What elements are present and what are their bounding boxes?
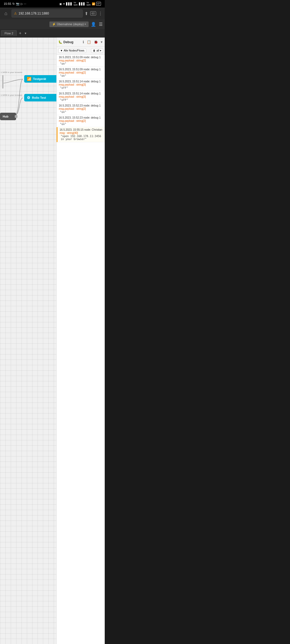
node-testgeraet-label: Testgerät: [33, 77, 46, 80]
battery-indicator: 47: [96, 2, 101, 6]
sync-icon: ↻: [12, 2, 15, 6]
tab-bar: Flow 2 + ▾: [0, 29, 105, 38]
canvas-label-browser1: 1:3456 in your browser: [1, 71, 22, 74]
flow-canvas[interactable]: 1:3456 in your browser 1:3456 in your br…: [0, 38, 56, 644]
deploy-arrow-icon: [85, 23, 86, 25]
msg-value-2: "off": [59, 86, 103, 89]
debug-filter-bar: ▼ Alle Nodes/Flows 🗑 all ▾: [57, 47, 105, 55]
deploy-icon: ⚡: [52, 23, 56, 26]
browser-actions: ⬆ 60 ⋮: [85, 11, 103, 16]
msg-value-0: "on": [59, 62, 103, 65]
debug-message-4[interactable]: 16.5.2023, 15:52:23 node: debug 1msg.pay…: [57, 103, 105, 115]
play-icon: ▷: [21, 2, 23, 6]
msg-property-1: msg.payload : string[2]: [59, 71, 103, 74]
filter-icon: ▼: [60, 49, 63, 52]
node-hub-label: Hub: [3, 115, 8, 118]
debug-clear-log-button[interactable]: 📋: [86, 39, 92, 45]
msg-value-1: "on": [59, 74, 103, 77]
msg-value-3: "off": [59, 98, 103, 101]
canvas-wires: [0, 38, 56, 644]
msg-property-0: msg.payload : string[2]: [59, 59, 103, 62]
rollo-node-icon: ⚙: [27, 96, 30, 100]
msg-property-3: msg.payload : string[3]: [59, 95, 103, 98]
msg-header-2: 16.5.2023, 15:51:14 node: debug 1: [59, 80, 103, 83]
debug-message-6[interactable]: 16.5.2023, 15:55:15 node: Christianmsg :…: [57, 127, 105, 142]
nfc-icon: ▣: [59, 2, 62, 5]
msg-header-4: 16.5.2023, 15:52:23 node: debug 1: [59, 104, 103, 107]
msg-header-5: 16.5.2023, 15:52:23 node: debug 1: [59, 116, 103, 119]
hub-output-port: [15, 115, 17, 118]
vo-wifi2-label: VoWiFi: [86, 1, 91, 6]
flow-tab[interactable]: Flow 2: [1, 30, 17, 36]
menu-icon[interactable]: ⋮: [98, 11, 103, 16]
debug-message-2[interactable]: 16.5.2023, 15:51:14 node: debug 1msg.pay…: [57, 79, 105, 91]
url-text: 192.168.178.11:1880: [19, 12, 49, 15]
deploy-label: Übernahme (deploy): [57, 23, 84, 26]
add-tab-button[interactable]: +: [17, 31, 23, 36]
debug-title-icon: 🐛: [58, 40, 62, 44]
vo-wifi-label: VoWiFi: [74, 1, 78, 6]
canvas-label-browser2: 1:3456 in your browser: [1, 94, 22, 96]
msg-property-2: msg.payload : string[3]: [59, 83, 103, 86]
wifi-icon: 📶: [92, 2, 95, 5]
debug-message-1[interactable]: 16.5.2023, 15:51:09 node: debug 1msg.pay…: [57, 67, 105, 79]
share-icon[interactable]: ⬆: [85, 11, 88, 16]
status-bar: 15:55 ↻ 📷 ▷ ··· ▣ ✦ ▋▋▋ VoWiFi ▋▋▋ VoWiF…: [0, 0, 105, 8]
security-warning-icon: ⚠: [14, 12, 17, 15]
debug-message-0[interactable]: 16.5.2023, 15:51:09 node: debug 1msg.pay…: [57, 55, 105, 67]
debug-panel: 🐛 Debug ℹ 📋 🐞 ▾ ▼ Alle Nodes/Flows 🗑 all…: [56, 38, 105, 644]
instagram-icon: 📷: [16, 2, 20, 6]
msg-header-3: 16.5.2023, 15:51:14 node: debug 1: [59, 92, 103, 95]
deploy-button[interactable]: ⚡ Übernahme (deploy): [49, 21, 89, 27]
clear-all-button[interactable]: 🗑 all ▾: [91, 48, 103, 53]
msg-header-0: 16.5.2023, 15:51:09 node: debug 1: [59, 56, 103, 59]
msg-property-6: msg : string[40]: [60, 131, 103, 134]
browser-chrome: ⌂ ⚠ 192.168.178.11:1880 ⬆ 60 ⋮: [0, 8, 105, 19]
status-left: 15:55 ↻ 📷 ▷ ···: [4, 2, 26, 6]
signal-icon: ▋▋▋: [66, 2, 73, 5]
home-button[interactable]: ⌂: [2, 10, 10, 17]
msg-value-6: "open 192.168.178.11:3456 in your browse…: [60, 135, 103, 141]
node-testgeraet[interactable]: 📶 Testgerät: [24, 75, 56, 83]
nr-header-icons: 👤 ☰: [91, 22, 103, 27]
tab-dropdown-button[interactable]: ▾: [24, 31, 27, 35]
wifi-node-icon: 📶: [27, 77, 31, 81]
hamburger-icon[interactable]: ☰: [99, 22, 103, 27]
msg-property-5: msg.payload : string[2]: [59, 119, 103, 122]
status-right: ▣ ✦ ▋▋▋ VoWiFi ▋▋▋ VoWiFi 📶 47: [59, 1, 101, 6]
msg-property-4: msg.payload : string[2]: [59, 107, 103, 110]
debug-icons: ℹ 📋 🐞 ▾: [82, 39, 103, 45]
main-content: 1:3456 in your browser 1:3456 in your br…: [0, 38, 105, 644]
debug-info-button[interactable]: ℹ: [82, 39, 85, 45]
msg-header-6: 16.5.2023, 15:55:15 node: Christian: [60, 128, 103, 131]
left-port-browser: [2, 75, 3, 89]
bluetooth-icon: ✦: [63, 2, 65, 5]
debug-header: 🐛 Debug ℹ 📋 🐞 ▾: [57, 38, 105, 47]
address-bar[interactable]: ⚠ 192.168.178.11:1880: [11, 9, 83, 18]
msg-value-4: "on": [59, 111, 103, 114]
signal2-icon: ▋▋▋: [79, 2, 85, 5]
time-display: 15:55: [4, 2, 11, 5]
node-rollo-label: Rollo Test: [32, 96, 46, 99]
debug-message-3[interactable]: 16.5.2023, 15:51:14 node: debug 1msg.pay…: [57, 91, 105, 103]
debug-message-5[interactable]: 16.5.2023, 15:52:23 node: debug 1msg.pay…: [57, 115, 105, 127]
user-icon[interactable]: 👤: [91, 22, 96, 27]
msg-value-5: "on": [59, 123, 103, 126]
node-hub[interactable]: Hub: [0, 113, 16, 120]
debug-filter-button[interactable]: 🐞: [93, 39, 99, 45]
nr-header: ⚡ Übernahme (deploy) 👤 ☰: [0, 19, 105, 29]
debug-title: 🐛 Debug: [58, 40, 81, 44]
filter-nodes-button[interactable]: ▼ Alle Nodes/Flows: [58, 48, 86, 53]
msg-header-1: 16.5.2023, 15:51:09 node: debug 1: [59, 68, 103, 71]
node-rollo[interactable]: ⚙ Rollo Test: [24, 94, 56, 101]
debug-dropdown-button[interactable]: ▾: [100, 39, 103, 45]
debug-messages-list[interactable]: 16.5.2023, 15:51:09 node: debug 1msg.pay…: [57, 55, 105, 644]
dots-icon: ···: [24, 2, 26, 5]
tab-count[interactable]: 60: [90, 11, 96, 16]
